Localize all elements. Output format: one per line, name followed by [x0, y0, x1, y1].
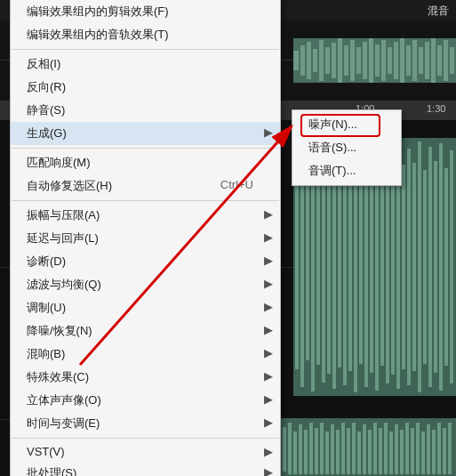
- menu-filter-eq[interactable]: 滤波与均衡(Q)▶: [11, 273, 280, 296]
- svg-rect-54: [402, 165, 405, 369]
- svg-rect-56: [412, 163, 416, 371]
- svg-rect-65: [288, 423, 292, 474]
- svg-rect-92: [432, 430, 436, 474]
- svg-rect-26: [437, 45, 442, 76]
- svg-rect-87: [405, 423, 409, 474]
- submenu-tones[interactable]: 音调(T)...: [292, 159, 401, 182]
- svg-rect-17: [381, 40, 386, 81]
- menu-modulation[interactable]: 调制(U)▶: [11, 296, 280, 319]
- chevron-right-icon: ▶: [264, 300, 273, 313]
- svg-rect-23: [419, 47, 423, 74]
- chevron-right-icon: ▶: [264, 392, 273, 406]
- menu-label: 振幅与压限(A): [27, 208, 100, 222]
- svg-rect-12: [350, 40, 355, 81]
- menu-edit-clip-fx[interactable]: 编辑效果组内的剪辑效果(F): [11, 0, 280, 23]
- mixer-tab[interactable]: 混音: [420, 0, 456, 19]
- svg-rect-58: [423, 170, 427, 364]
- svg-rect-24: [425, 42, 429, 79]
- menu-invert[interactable]: 反相(I): [11, 52, 280, 76]
- svg-rect-22: [412, 40, 417, 81]
- svg-rect-14: [363, 42, 367, 79]
- svg-rect-6: [313, 49, 317, 72]
- menu-silence[interactable]: 静音(S): [11, 99, 280, 122]
- svg-rect-89: [416, 423, 420, 474]
- menu-generate[interactable]: 生成(G)▶: [11, 122, 280, 145]
- menu-label: 音调(T)...: [308, 164, 356, 177]
- svg-rect-19: [394, 42, 398, 79]
- svg-rect-48: [370, 161, 373, 373]
- svg-rect-57: [418, 141, 421, 392]
- svg-rect-82: [379, 428, 382, 474]
- chevron-right-icon: ▶: [264, 346, 273, 359]
- svg-rect-73: [331, 424, 334, 474]
- menu-diagnostics[interactable]: 诊断(D)▶: [11, 250, 280, 273]
- chevron-right-icon: ▶: [264, 125, 273, 139]
- svg-rect-27: [444, 40, 448, 81]
- svg-rect-80: [368, 430, 372, 474]
- svg-rect-81: [373, 423, 377, 474]
- menu-label: 静音(S): [27, 103, 65, 117]
- menu-separator: [12, 200, 279, 201]
- svg-rect-67: [299, 424, 302, 474]
- menu-label: 批处理(S): [27, 466, 76, 476]
- svg-rect-78: [357, 432, 361, 474]
- svg-rect-28: [450, 47, 454, 74]
- svg-rect-34: [295, 165, 299, 369]
- svg-rect-69: [309, 423, 313, 474]
- svg-rect-60: [434, 161, 437, 373]
- menu-time-pitch[interactable]: 时间与变调(E)▶: [11, 412, 280, 435]
- menu-reverb[interactable]: 混响(B)▶: [11, 343, 280, 366]
- svg-rect-79: [363, 424, 366, 474]
- menu-separator: [12, 49, 279, 50]
- svg-rect-76: [347, 428, 350, 474]
- svg-rect-36: [306, 173, 309, 360]
- svg-rect-39: [322, 151, 325, 383]
- svg-rect-74: [336, 430, 340, 474]
- svg-rect-86: [400, 430, 404, 474]
- chevron-right-icon: ▶: [264, 207, 273, 221]
- menu-edit-track-fx[interactable]: 编辑效果组内的音轨效果(T): [11, 23, 280, 46]
- svg-rect-50: [380, 168, 384, 366]
- menu-amplitude[interactable]: 振幅与压限(A)▶: [11, 204, 280, 227]
- menu-label: 反向(R): [27, 80, 66, 93]
- menu-label: 调制(U): [27, 301, 66, 314]
- svg-rect-62: [444, 168, 448, 366]
- menu-vst[interactable]: VST(V)▶: [11, 441, 280, 462]
- svg-rect-25: [431, 38, 436, 83]
- effects-menu: 编辑效果组内的剪辑效果(F) 编辑效果组内的音轨效果(T) 反相(I) 反向(R…: [10, 0, 281, 476]
- svg-rect-85: [395, 424, 398, 474]
- svg-rect-20: [400, 38, 404, 83]
- menu-label: 编辑效果组内的剪辑效果(F): [27, 4, 169, 18]
- svg-rect-8: [325, 47, 330, 74]
- chevron-right-icon: ▶: [264, 323, 273, 336]
- menu-label: 时间与变调(E): [27, 416, 100, 430]
- svg-rect-70: [315, 428, 318, 474]
- menu-match-loudness[interactable]: 匹配响度(M): [11, 151, 280, 174]
- svg-rect-40: [327, 160, 331, 374]
- svg-rect-75: [341, 423, 345, 474]
- svg-rect-13: [356, 47, 361, 74]
- menu-separator: [12, 148, 279, 149]
- menu-reverse[interactable]: 反向(R): [11, 76, 280, 99]
- svg-rect-72: [325, 432, 329, 474]
- menu-special[interactable]: 特殊效果(C)▶: [11, 366, 280, 389]
- menu-noise-reduction[interactable]: 降噪/恢复(N)▶: [11, 319, 280, 343]
- submenu-noise[interactable]: 噪声(N)...: [292, 113, 401, 136]
- svg-rect-15: [369, 38, 373, 83]
- menu-auto-heal[interactable]: 自动修复选区(H)Ctrl+U: [11, 174, 280, 198]
- svg-rect-61: [439, 143, 443, 391]
- chevron-right-icon: ▶: [264, 254, 273, 267]
- svg-rect-90: [421, 432, 425, 474]
- menu-label: 噪声(N)...: [308, 117, 357, 131]
- svg-rect-4: [300, 45, 305, 76]
- svg-rect-44: [348, 163, 352, 371]
- menu-batch[interactable]: 批处理(S)▶: [11, 462, 280, 476]
- menu-stereo[interactable]: 立体声声像(O)▶: [11, 389, 280, 412]
- svg-rect-38: [316, 169, 320, 365]
- svg-rect-55: [407, 149, 411, 385]
- menu-label: 降噪/恢复(N): [27, 324, 92, 337]
- submenu-speech[interactable]: 语音(S)...: [292, 136, 401, 159]
- menu-label: 自动修复选区(H): [27, 179, 112, 192]
- svg-rect-10: [338, 38, 342, 83]
- menu-delay[interactable]: 延迟与回声(L)▶: [11, 227, 280, 250]
